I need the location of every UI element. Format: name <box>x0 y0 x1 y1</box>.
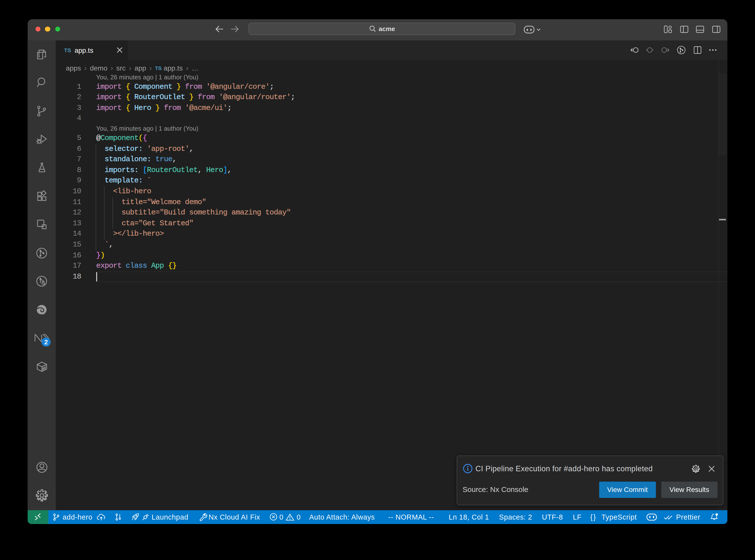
svg-text:2: 2 <box>44 339 47 345</box>
